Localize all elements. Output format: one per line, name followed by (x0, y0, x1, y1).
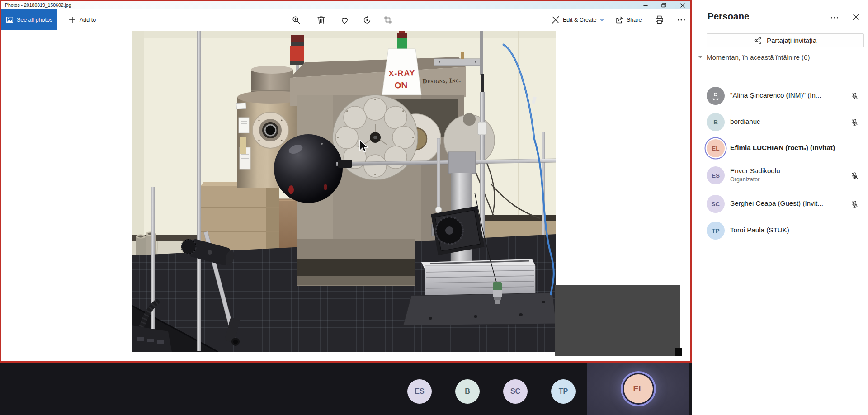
bottom-avatar-tp[interactable]: TP (551, 379, 576, 404)
close-icon (853, 14, 859, 20)
collapse-caret-icon (698, 56, 703, 59)
favorite-button[interactable] (339, 14, 350, 25)
avatar: EL (707, 139, 725, 157)
more-dots-icon (830, 16, 839, 19)
mic-off-icon[interactable] (851, 200, 859, 208)
participant-role: Organizator (730, 176, 760, 183)
edit-create-icon (552, 16, 560, 24)
participant-row[interactable]: SC Serghei Ceapa (Guest) (Invit... (692, 191, 868, 217)
participant-row[interactable]: "Alina Șincarenco (INM)" (In... (692, 83, 868, 109)
teams-meeting-screen: Photos - 20180319_150602.jpg (0, 0, 868, 415)
share-invite-button[interactable]: Partajați invitația (707, 33, 864, 47)
share-button[interactable]: Share (615, 9, 642, 30)
meeting-section-header[interactable]: Momentan, în această întâlnire (6) (698, 53, 810, 61)
crop-icon (384, 16, 392, 24)
bottom-avatar-b[interactable]: B (455, 379, 480, 404)
participant-row[interactable]: ES Enver Sadikoglu Organizator (692, 162, 868, 189)
avatar: ES (707, 166, 725, 184)
rotate-button[interactable] (362, 14, 373, 25)
window-titlebar[interactable]: Photos - 20180319_150602.jpg (1, 1, 690, 9)
active-speaker-avatar: EL (624, 374, 653, 403)
participant-name: "Alina Șincarenco (INM)" (In... (730, 91, 821, 99)
zoom-button[interactable] (291, 14, 302, 25)
avatar: TP (707, 222, 725, 240)
participant-name: Enver Sadikoglu (730, 167, 780, 174)
participant-name: Toroi Paula (STUK) (730, 226, 789, 234)
rotate-icon (363, 16, 372, 24)
irradiator-base (297, 239, 415, 286)
crop-button[interactable] (382, 14, 393, 25)
minimize-icon (643, 3, 648, 8)
bottom-avatar-es[interactable]: ES (407, 379, 432, 404)
presenter-overlay-box (555, 285, 680, 356)
favorite-heart-icon (340, 16, 349, 24)
mouse-cursor (359, 140, 370, 154)
shared-photos-window: Photos - 20180319_150602.jpg (0, 0, 692, 363)
photo-image: Hopewell Designs, Inc. X-RAY ON (132, 31, 556, 352)
share-nodes-icon (754, 37, 762, 44)
delete-button[interactable] (316, 14, 326, 25)
avatar (707, 87, 725, 105)
close-icon (680, 3, 685, 8)
photos-icon (6, 17, 13, 23)
minimize-button[interactable] (643, 3, 648, 8)
participant-name: Efimia LUCHIAN (гость) (Invitat) (730, 144, 835, 151)
bottom-avatar-sc[interactable]: SC (503, 379, 528, 404)
print-icon (655, 15, 664, 24)
add-to-button[interactable]: Add to (65, 9, 100, 30)
people-panel: Persoane Partajați invitația (692, 0, 868, 415)
mic-off-icon[interactable] (851, 172, 859, 179)
edit-create-button[interactable]: Edit & Create (552, 9, 604, 30)
cabinet (201, 182, 279, 254)
svg-text:ON: ON (394, 80, 407, 90)
active-speaker-tile[interactable]: EL (587, 363, 689, 415)
photos-command-bar: See all photos Add to (1, 9, 690, 30)
chevron-down-icon (599, 18, 604, 21)
zoom-in-icon (292, 16, 301, 24)
meeting-bottom-bar: ES B SC TP EL (0, 363, 692, 415)
mic-off-icon[interactable] (851, 92, 859, 100)
avatar: B (707, 113, 725, 131)
window-title: Photos - 20180319_150602.jpg (5, 2, 71, 8)
participant-row[interactable]: B bordianuc (692, 109, 868, 135)
see-more-button[interactable] (676, 14, 687, 25)
add-plus-icon (69, 17, 75, 23)
person-icon (711, 91, 720, 100)
panel-close-button[interactable] (851, 12, 861, 22)
see-more-icon (677, 19, 685, 21)
delete-icon (317, 16, 325, 24)
overlay-corner-nub (675, 348, 682, 356)
ionization-sphere (274, 134, 343, 203)
see-all-photos-button[interactable]: See all photos (1, 9, 57, 30)
restore-button[interactable] (661, 3, 666, 8)
panel-more-button[interactable] (830, 13, 840, 23)
participant-row[interactable]: TP Toroi Paula (STUK) (692, 217, 868, 244)
mic-off-icon[interactable] (851, 118, 859, 126)
participant-name: Serghei Ceapa (Guest) (Invit... (730, 199, 823, 207)
restore-icon (661, 3, 666, 8)
print-button[interactable] (654, 14, 665, 25)
avatar: SC (707, 195, 725, 213)
participant-row-active[interactable]: EL Efimia LUCHIAN (гость) (Invitat) (692, 135, 868, 161)
svg-text:X-RAY: X-RAY (388, 68, 415, 78)
close-window-button[interactable] (680, 3, 685, 8)
participant-name: bordianuc (730, 118, 760, 125)
lab-photo-graphic: Hopewell Designs, Inc. X-RAY ON (132, 31, 556, 352)
share-icon (615, 16, 623, 24)
people-panel-title: Persoane (708, 11, 749, 22)
